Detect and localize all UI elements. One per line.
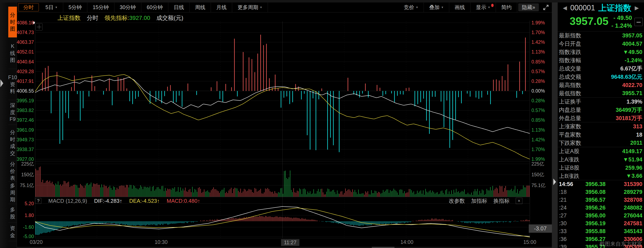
period-button-2[interactable]: 5日▼ (40, 3, 63, 12)
tool-button-6[interactable]: 隐藏» (518, 4, 539, 11)
sidebar-tab-K线图[interactable]: K线图 (8, 38, 17, 69)
tick-row[interactable]: :213956.57328708 (558, 196, 644, 204)
sidebar-tab-深度F9[interactable]: 深度F9 (8, 100, 17, 125)
sidebar-tab-分时成交[interactable]: 分时成交 (8, 125, 17, 161)
panel-splitter[interactable] (552, 3, 558, 248)
collapse-quote-button[interactable] (634, 18, 643, 26)
time-tick-label: 03/20 (30, 239, 43, 245)
chevron-down-icon: ▼ (260, 6, 262, 9)
period-button-label: 日线 (174, 4, 184, 11)
sidebar-tab-F10资料[interactable]: F10资料 (8, 69, 17, 100)
sidebar-tab-分价表[interactable]: 分价表 (8, 161, 17, 182)
sidebar-collapse-arrow-icon[interactable] (0, 79, 3, 87)
time-tick-label: 14:00 (400, 239, 414, 245)
period-button-5[interactable]: 30分钟 (114, 3, 142, 12)
period-button-6[interactable]: 60分钟 (141, 3, 168, 12)
left-sidebar: 分时图K线图F10资料深度F9分时成交分价表多周期多股资金 (0, 3, 17, 248)
period-button-8[interactable]: 周线 (190, 3, 211, 12)
tool-button-2[interactable]: 叠加▼ (424, 3, 449, 12)
quote-row-value: 4004.57 (622, 41, 642, 47)
period-button-9[interactable]: 月线 (211, 3, 232, 12)
tick-price: 3955.71 (578, 244, 613, 248)
quote-row-label: 最新指数 (559, 32, 581, 39)
period-button-10[interactable]: 更多周期▼ (232, 3, 268, 12)
tool-button-label: 竞价 (404, 4, 414, 11)
chevron-down-icon: ▼ (488, 6, 490, 9)
tick-row[interactable]: :183956.08289279 (558, 188, 644, 196)
tick-price: 3956.38 (578, 181, 613, 187)
sidebar-tab-char: 深 (10, 103, 15, 108)
quote-row-value: 30181万手 (616, 115, 642, 122)
fullscreen-button[interactable] (540, 3, 552, 12)
tick-row[interactable]: :243956.26248082 (558, 204, 644, 212)
tick-row[interactable]: :273956.00276044 (558, 212, 644, 219)
sidebar-tab-char: F9 (10, 116, 16, 122)
macd-action-1[interactable]: 改参数 (449, 197, 465, 205)
horizontal-scrollbar[interactable] (17, 247, 552, 248)
macd-action-2[interactable]: 加指标 (471, 197, 487, 205)
time-tick-label: 11:27 (281, 239, 300, 246)
chart-area[interactable]: 上证指数 分时 领先指标:3927.00 成交额(元) 4086.104074.… (17, 13, 552, 248)
quote-row-外盘总量: 外盘总量30181万手 (558, 114, 644, 122)
tick-row[interactable]: :363956.27330606 (558, 235, 644, 243)
tool-button-label: 简约 (501, 4, 512, 11)
sidebar-tab-多股[interactable]: 多股 (8, 204, 17, 222)
sidebar-tab-资金[interactable]: 资金 (8, 222, 17, 241)
period-button-7[interactable]: 日线 (168, 3, 190, 12)
quote-row-value: 36499万手 (616, 106, 642, 114)
macd-close-button[interactable]: × (516, 198, 522, 204)
period-button-4[interactable]: 15分钟 (87, 3, 114, 12)
macd-help-button[interactable]: ? (35, 198, 41, 204)
sidebar-tab-char: 交 (10, 150, 15, 156)
macd-action-3[interactable]: 换指标 (494, 197, 510, 205)
tick-row[interactable]: 14:563956.38315390 (558, 180, 644, 188)
tick-list[interactable]: 14:563956.38315390:183956.08289279:21395… (558, 180, 644, 248)
tool-button-3[interactable]: 画线 (449, 3, 470, 12)
sidebar-tab-分时图[interactable]: 分时图 (8, 7, 17, 38)
price-axis-label: 4063.37 (17, 40, 34, 45)
sidebar-tab-char: 图 (10, 26, 15, 32)
tool-button-5[interactable]: 简约 (496, 3, 517, 12)
sidebar-tab-char: 料 (10, 88, 15, 94)
pct-axis-label: 1.13% (532, 127, 545, 133)
pct-axis-label: 1.42% (532, 40, 545, 45)
price-axis-label: 4086.10 (17, 20, 34, 26)
sidebar-tab-char: K (11, 43, 14, 49)
tick-volume: 248082 (613, 205, 642, 211)
quote-row-value: 1.39% (626, 99, 642, 105)
sidebar-tab-char: 度 (10, 110, 15, 115)
sidebar-tab-char: 资 (10, 225, 15, 231)
sidebar-tab-char: 资 (10, 82, 15, 87)
tick-row[interactable]: :333955.88345143 (558, 227, 644, 235)
crosshair-tool-icon[interactable] (36, 23, 42, 31)
tick-volume: 276044 (613, 212, 642, 219)
tick-time: :24 (559, 205, 578, 211)
scrollbar-handle[interactable] (372, 247, 394, 248)
quote-row-上证换手: 上证换手1.39% (558, 98, 644, 106)
quote-row-总成交量: 总成交量6.67亿手 (558, 65, 644, 73)
tool-button-1[interactable]: 竞价▼ (398, 3, 424, 12)
period-button-1[interactable]: 分时 (18, 3, 39, 11)
chart-index-name: 上证指数 (58, 14, 80, 22)
period-button-3[interactable]: 5分钟 (63, 3, 87, 12)
period-button-label: 30分钟 (120, 4, 136, 11)
period-button-label: 15分钟 (93, 4, 109, 11)
quote-row-value: 3955.71 (622, 90, 642, 97)
tick-time: :21 (559, 197, 578, 203)
tick-price: 3956.57 (578, 197, 613, 203)
tick-row[interactable]: :303956.19247581 (558, 219, 644, 227)
sidebar-tab-多周期[interactable]: 多周期 (8, 182, 17, 204)
quote-row-value: 3957.05 (622, 33, 642, 39)
macd-axis-label: 5.20 (24, 201, 34, 206)
security-name: 上证指数 (598, 2, 632, 14)
panel-expand-arrow-icon[interactable] (553, 179, 556, 185)
prev-security-arrow-icon[interactable]: ◀ (563, 5, 567, 11)
tick-row[interactable]: :393955.71305309 (558, 243, 644, 248)
price-axis-label: 3949.73 (17, 137, 34, 142)
next-security-arrow-icon[interactable]: ▶ (635, 5, 639, 11)
tool-button-label: 显示 (476, 4, 486, 11)
period-button-label: 5日 (46, 4, 54, 11)
tick-time: :30 (559, 220, 578, 227)
tool-button-4[interactable]: 显示▼ (470, 3, 496, 12)
macd-macd-value: MACD:0.480↑ (167, 198, 200, 204)
